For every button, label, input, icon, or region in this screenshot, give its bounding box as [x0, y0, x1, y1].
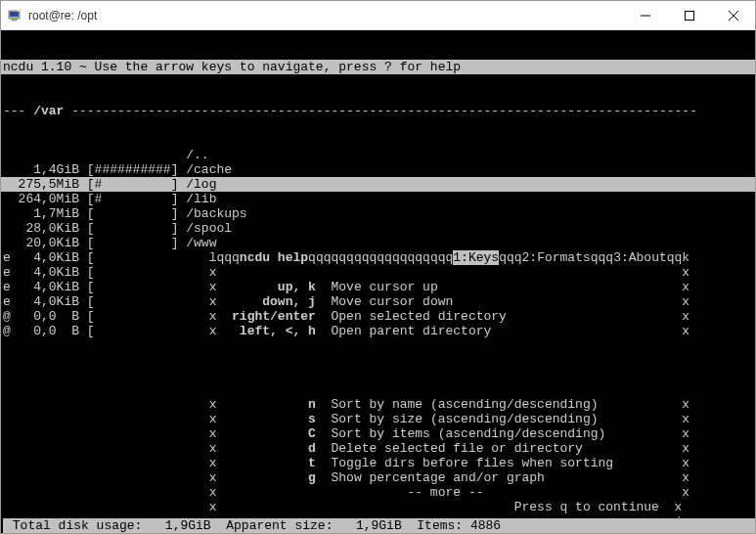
help-line: x n Sort by name (ascending/descending) …: [1, 397, 755, 412]
terminal[interactable]: ncdu 1.10 ~ Use the arrow keys to naviga…: [1, 30, 755, 533]
dir-entry[interactable]: 20,0KiB [ ] /www: [1, 236, 755, 250]
help-dialog: x n Sort by name (ascending/descending) …: [1, 397, 755, 529]
dir-entry[interactable]: e 4,0KiB [ lqqqncdu helpqqqqqqqqqqqqqqqq…: [1, 250, 755, 265]
dir-entry[interactable]: 28,0KiB [ ] /spool: [1, 221, 755, 236]
dir-entry[interactable]: @ 0,0 B [ x right/enter Open selected di…: [1, 309, 755, 324]
minimize-button[interactable]: [623, 1, 667, 29]
help-line: x s Sort by size (ascending/descending) …: [1, 412, 755, 426]
dir-entry[interactable]: e 4,0KiB [ x down, j Move cursor down x: [1, 294, 755, 309]
help-line: x g Show percentage and/or graph x: [1, 470, 755, 485]
help-line: x Press q to continue x: [1, 500, 755, 514]
svg-rect-1: [10, 12, 19, 17]
total-disk-usage: 1,9GiB: [142, 518, 210, 533]
titlebar[interactable]: root@re: /opt: [1, 1, 755, 30]
footer-status: Total disk usage: 1,9GiB Apparent size: …: [3, 518, 755, 533]
dir-entry[interactable]: @ 0,0 B [ x left, <, h Open parent direc…: [1, 324, 755, 338]
ncdu-header: ncdu 1.10 ~ Use the arrow keys to naviga…: [1, 60, 755, 74]
dir-entry[interactable]: 1,7MiB [ ] /backups: [1, 206, 755, 221]
apparent-size: 1,9GiB: [333, 518, 401, 533]
app-window: root@re: /opt ncdu 1.10 ~ Use the arrow …: [0, 0, 756, 534]
svg-rect-2: [12, 19, 17, 21]
help-line: x d Delete selected file or directory x: [1, 441, 755, 456]
dir-entry[interactable]: /..: [1, 148, 755, 162]
file-list: /.. 1,4GiB [##########] /cache 275,5MiB …: [1, 148, 755, 338]
dir-entry[interactable]: e 4,0KiB [ x up, k Move cursor up x: [1, 280, 755, 294]
dir-entry[interactable]: 1,4GiB [##########] /cache: [1, 162, 755, 177]
item-count: 4886: [463, 518, 501, 533]
close-button[interactable]: [711, 1, 755, 29]
putty-icon: [7, 8, 22, 23]
maximize-button[interactable]: [667, 1, 711, 29]
help-line: x t Toggle dirs before files when sortin…: [1, 456, 755, 470]
dir-entry[interactable]: e 4,0KiB [ x x: [1, 265, 755, 280]
help-line: x C Sort by items (ascending/descending)…: [1, 426, 755, 441]
help-line: x -- more -- x: [1, 485, 755, 500]
current-path: /var: [33, 104, 64, 118]
dir-entry[interactable]: 264,0MiB [# ] /lib: [1, 192, 755, 206]
svg-rect-5: [685, 11, 693, 20]
dir-entry[interactable]: 275,5MiB [# ] /log: [1, 177, 755, 192]
path-line: --- /var -------------------------------…: [1, 104, 755, 118]
window-title: root@re: /opt: [28, 10, 623, 22]
